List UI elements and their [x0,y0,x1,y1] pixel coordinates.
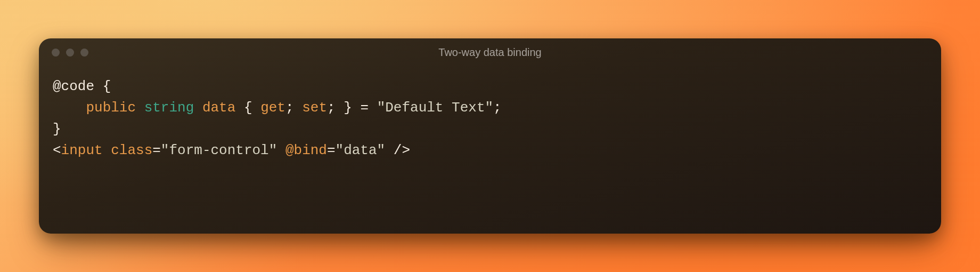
brace-open: { [244,100,252,116]
keyword-get: get [260,100,285,116]
angle-open: < [53,142,61,158]
code-window: Two-way data binding @code { public stri… [39,38,941,234]
semicolon: ; [285,100,294,116]
quote-close: " [377,142,386,158]
string-quote-open: " [377,100,386,116]
attr-class: class [111,142,152,158]
brace-open: { [103,78,111,94]
operator-assign: = [360,100,369,116]
attr-bind: @bind [285,142,327,158]
code-line-1: @code { [53,76,927,97]
string-quote-close: " [485,100,493,116]
quote-open: " [161,142,169,158]
identifier-data: data [202,100,235,116]
equals: = [152,142,161,158]
brace-close: } [53,121,61,137]
code-line-3: } [53,118,927,140]
traffic-lights [39,49,88,57]
indent [53,97,86,118]
quote-open: " [336,142,344,158]
brace-close: } [344,100,352,116]
code-line-5: <input class="form-control" @bind="data"… [53,140,927,161]
tag-input: input [61,142,103,158]
traffic-dot-close-icon[interactable] [52,49,60,57]
semicolon: ; [327,100,336,116]
keyword-public: public [86,100,136,116]
titlebar: Two-way data binding [39,38,941,66]
code-line-2: public string data { get; set; } = "Defa… [53,97,927,118]
traffic-dot-zoom-icon[interactable] [80,49,88,57]
keyword-type: string [144,100,194,116]
window-title: Two-way data binding [39,46,941,59]
equals: = [327,142,336,158]
traffic-dot-minimize-icon[interactable] [66,49,74,57]
code-area: @code { public string data { get; set; }… [39,66,941,234]
semicolon: ; [493,100,502,116]
tag-self-close: /> [394,142,410,158]
code-directive: @code [53,78,94,94]
attr-class-value: form-control [169,142,268,158]
quote-close: " [269,142,277,158]
string-literal: Default Text [385,100,485,116]
attr-bind-value: data [344,142,377,158]
keyword-set: set [302,100,327,116]
